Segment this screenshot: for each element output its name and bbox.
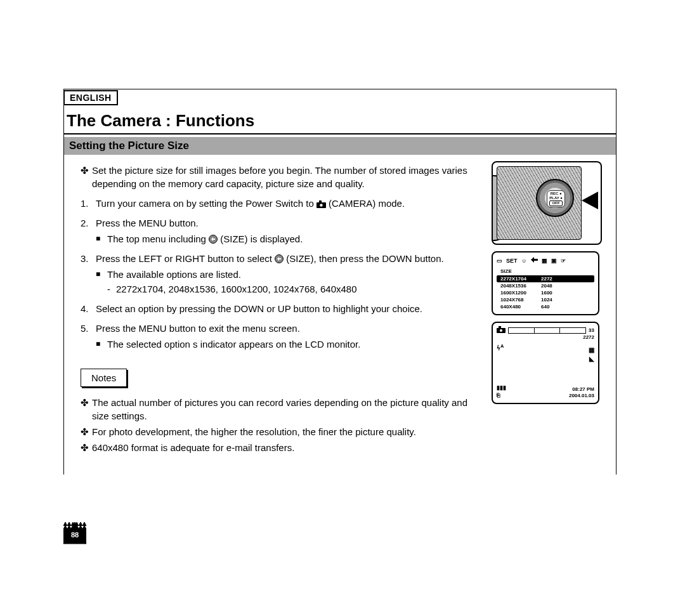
- menu-title: SIZE: [500, 268, 594, 274]
- menu-row: 2048X15362048: [497, 282, 594, 289]
- svg-rect-1: [319, 200, 322, 202]
- menu-row-res: 1600X1200: [500, 290, 541, 296]
- step-5-sub-text: The selected option s indicator appears …: [107, 337, 360, 351]
- battery-icon: ▮▮▮: [497, 384, 506, 391]
- camera-illustration: REC ● PLAY ● OFF: [492, 161, 602, 245]
- step-1-post: (CAMERA) mode.: [329, 198, 405, 209]
- text-column: ✤ Set the picture size for still images …: [64, 155, 492, 457]
- page-title: The Camera : Functions: [64, 92, 616, 134]
- quality-icon: ▦: [542, 258, 547, 264]
- menu-screen: ▭ SET ☺ ▦ ▣ ☞ SIZE 2272X170422722048X153…: [492, 251, 599, 315]
- sharpness-icon: ◣: [589, 355, 594, 364]
- page-number: 88: [63, 531, 86, 539]
- size-icon: [209, 235, 218, 244]
- notes-heading: Notes: [81, 369, 127, 387]
- note-1-text: The actual number of pictures you can re…: [92, 396, 485, 423]
- note-3-text: 640x480 format is adequate for e-mail tr…: [92, 441, 294, 454]
- menu-row-short: 2048: [541, 283, 552, 289]
- menu-row: 640X480640: [497, 303, 594, 310]
- status-screen: 33 2272 ϟA ▦ ◣ ▮▮▮ ⎘: [492, 322, 599, 404]
- step-2-text: Press the MENU button.: [96, 216, 199, 230]
- step-5: 5. Press the MENU button to exit the men…: [81, 322, 485, 335]
- more-icon: ☞: [561, 258, 566, 264]
- note-2-text: For photo development, the higher the re…: [92, 425, 416, 438]
- quality-indicator-icon: ▦: [589, 346, 594, 355]
- note-2: ✤ For photo development, the higher the …: [81, 425, 485, 438]
- note-1: ✤ The actual number of pictures you can …: [81, 396, 485, 423]
- card-icon: ⎘: [497, 391, 506, 399]
- flash-auto: A: [500, 343, 504, 349]
- step-2-sub: ■ The top menu including (SIZE) is displ…: [96, 232, 485, 246]
- step-3-options-text: 2272x1704, 2048x1536, 1600x1200, 1024x76…: [116, 282, 357, 296]
- camera-mode-icon: [497, 326, 506, 334]
- step-4: 4. Select an option by pressing the DOWN…: [81, 302, 485, 315]
- folder-icon: ▭: [497, 258, 502, 264]
- dial-play: PLAY ●: [549, 196, 563, 200]
- step-3-sub-text: The available options are listed.: [107, 268, 241, 281]
- dial-rec: REC ●: [549, 192, 563, 196]
- mode-dial-labels: REC ● PLAY ● OFF: [547, 190, 565, 207]
- step-2: 2. Press the MENU button.: [81, 216, 485, 230]
- size-icon: [275, 254, 284, 263]
- step-3-options: - 2272x1704, 2048x1536, 1600x1200, 1024x…: [107, 282, 485, 296]
- figure-column: REC ● PLAY ● OFF ▭ SET ☺ ▦: [492, 155, 616, 404]
- section-heading: Setting the Picture Size: [64, 137, 616, 155]
- manual-page: ENGLISH The Camera : Functions Setting t…: [0, 0, 685, 616]
- page-number-badge: 88: [63, 522, 86, 544]
- menu-row-res: 640X480: [500, 304, 541, 310]
- status-date: 2004.01.03: [569, 393, 594, 399]
- set-label: SET: [506, 258, 518, 264]
- status-time: 08:27 PM: [569, 386, 594, 393]
- step-5-sub: ■ The selected option s indicator appear…: [96, 337, 485, 351]
- menu-row-short: 640: [541, 304, 549, 310]
- menu-icon-row: ▭ SET ☺ ▦ ▣ ☞: [497, 256, 594, 265]
- menu-row: 1600X12001600: [497, 289, 594, 296]
- step-1: 1. Turn your camera on by setting the Po…: [81, 197, 485, 210]
- menu-row-res: 1024X768: [500, 297, 541, 303]
- step-3: 3. Press the LEFT or RIGHT button to sel…: [81, 252, 485, 265]
- content-frame: The Camera : Functions Setting the Pictu…: [63, 89, 616, 475]
- menu-row-short: 2272: [541, 276, 552, 282]
- menu-row: 1024X7681024: [497, 296, 594, 303]
- shots-remaining: 33: [589, 327, 594, 333]
- meter-icon: ▣: [551, 258, 557, 264]
- size-menu-icon: [531, 256, 538, 265]
- current-size: 2272: [583, 334, 594, 341]
- pointer-arrow-icon: [582, 192, 598, 209]
- step-2-sub-post: (SIZE) is displayed.: [220, 233, 303, 244]
- intro-text: Set the picture size for still images be…: [92, 164, 485, 190]
- menu-row-res: 2272X1704: [500, 276, 541, 282]
- svg-point-2: [320, 204, 322, 206]
- menu-row: 2272X17042272: [497, 275, 594, 282]
- zoom-bar: [508, 327, 586, 334]
- step-5-text: Press the MENU button to exit the menu s…: [96, 322, 300, 335]
- menu-row-short: 1024: [541, 297, 552, 303]
- person-icon: ☺: [521, 258, 527, 264]
- intro-bullet: ✤ Set the picture size for still images …: [81, 164, 485, 190]
- svg-marker-5: [531, 257, 538, 263]
- step-4-text: Select an option by pressing the DOWN or…: [96, 302, 422, 315]
- step-2-sub-pre: The top menu including: [107, 233, 209, 244]
- menu-row-res: 2048X1536: [500, 283, 541, 289]
- note-3: ✤ 640x480 format is adequate for e-mail …: [81, 441, 485, 454]
- step-3-sub: ■ The available options are listed.: [96, 268, 485, 281]
- step-1-pre: Turn your camera on by setting the Power…: [96, 198, 316, 209]
- dial-off: OFF: [549, 200, 563, 206]
- menu-row-short: 1600: [541, 290, 552, 296]
- step-3-pre: Press the LEFT or RIGHT button to select: [96, 253, 275, 264]
- step-3-post: (SIZE), then press the DOWN button.: [286, 253, 443, 264]
- camera-icon: [316, 200, 326, 208]
- svg-point-8: [500, 329, 502, 332]
- svg-rect-7: [499, 326, 501, 328]
